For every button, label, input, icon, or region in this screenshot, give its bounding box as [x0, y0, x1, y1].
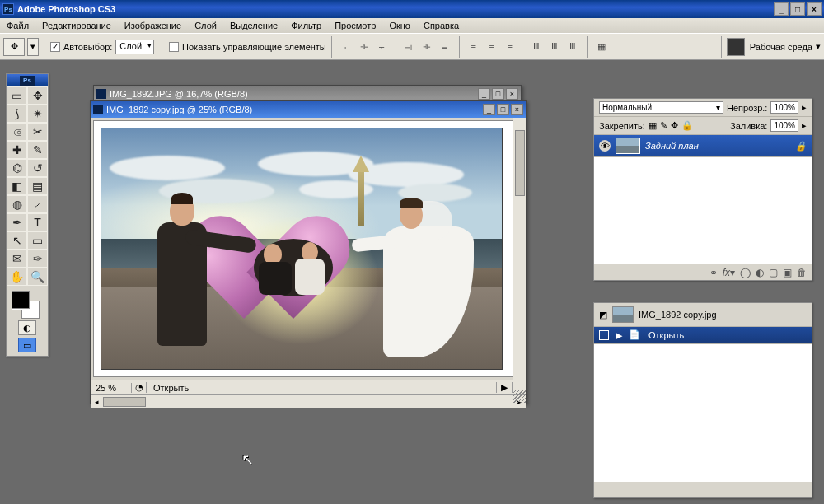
menu-edit[interactable]: Редактирование	[35, 19, 118, 32]
bridge-icon[interactable]	[727, 38, 745, 56]
blend-mode-select[interactable]: Нормальный▾	[599, 101, 723, 114]
lock-transparent-icon[interactable]: ▦	[648, 120, 657, 131]
distribute-hcenter-icon[interactable]: Ⅲ	[545, 38, 564, 56]
lock-all-icon[interactable]: 🔒	[681, 120, 693, 131]
zoom-tool[interactable]: 🔍	[27, 268, 48, 286]
fill-field[interactable]: 100%	[770, 119, 798, 132]
align-vcenter-icon[interactable]: ⟛	[355, 38, 373, 56]
blur-tool[interactable]: ◍	[7, 195, 27, 213]
color-swatches[interactable]	[7, 286, 48, 317]
lasso-tool[interactable]: ⟆	[7, 105, 27, 123]
gradient-tool[interactable]: ▤	[27, 177, 48, 195]
history-source-row[interactable]: ◩ IMG_1892 copy.jpg	[594, 303, 812, 327]
align-left-icon[interactable]: ⫣	[400, 38, 418, 56]
crop-tool[interactable]: ⟃	[7, 123, 27, 141]
pen-tool[interactable]: ✒	[7, 213, 27, 231]
layer-mask-icon[interactable]: ◯	[740, 267, 751, 278]
maximize-button[interactable]: □	[790, 2, 805, 16]
adjustment-layer-icon[interactable]: ◐	[756, 267, 764, 278]
type-tool[interactable]: T	[27, 213, 48, 231]
slice-tool[interactable]: ✂	[27, 123, 48, 141]
move-tool-icon[interactable]: ✥	[3, 38, 25, 56]
menu-image[interactable]: Изображение	[118, 19, 188, 32]
history-brush-tool[interactable]: ↺	[27, 159, 48, 177]
minimize-button[interactable]: _	[774, 2, 789, 16]
quickmask-toggle[interactable]: ◐	[18, 320, 36, 335]
menu-select[interactable]: Выделение	[223, 19, 284, 32]
align-right-icon[interactable]: ⫤	[436, 38, 454, 56]
distribute-right-icon[interactable]: Ⅲ	[564, 38, 582, 56]
screenmode-toggle[interactable]: ▭	[18, 338, 36, 352]
history-marker-icon[interactable]	[599, 330, 609, 340]
layer-row[interactable]: 👁 Задний план 🔒	[594, 135, 812, 156]
menu-help[interactable]: Справка	[417, 19, 466, 32]
doc-close-button[interactable]: ×	[511, 104, 523, 115]
vertical-scrollbar[interactable]	[513, 118, 526, 390]
lock-position-icon[interactable]: ✥	[671, 120, 678, 131]
align-top-icon[interactable]: ⫠	[337, 38, 355, 56]
horizontal-scrollbar[interactable]: ◂ ▸	[91, 394, 526, 408]
eyedropper-tool[interactable]: ✑	[27, 250, 48, 268]
lock-pixels-icon[interactable]: ✎	[660, 120, 667, 131]
history-step-row[interactable]: ▶ 📄 Открыть	[594, 327, 812, 343]
align-bottom-icon[interactable]: ⫟	[373, 38, 391, 56]
scroll-left-icon[interactable]: ◂	[91, 395, 103, 408]
path-tool[interactable]: ↖	[7, 231, 27, 250]
menu-file[interactable]: Файл	[0, 19, 35, 32]
distribute-top-icon[interactable]: ≡	[465, 38, 483, 56]
opacity-flyout-icon[interactable]: ▸	[802, 102, 807, 113]
canvas[interactable]	[93, 120, 523, 377]
layer-thumbnail[interactable]	[616, 138, 640, 154]
status-icon[interactable]: ◔	[132, 382, 147, 393]
new-layer-icon[interactable]: ▣	[783, 267, 792, 278]
link-layers-icon[interactable]: ⚭	[709, 267, 718, 278]
opacity-field[interactable]: 100%	[770, 101, 798, 114]
auto-align-icon[interactable]: ▦	[592, 38, 611, 56]
doc-minimize-button[interactable]: _	[483, 104, 495, 115]
distribute-vcenter-icon[interactable]: ≡	[483, 38, 501, 56]
delete-layer-icon[interactable]: 🗑	[797, 267, 807, 278]
tool-preset-dropdown[interactable]: ▾	[27, 38, 39, 56]
menu-layer[interactable]: Слой	[188, 19, 223, 32]
fg-color-swatch[interactable]	[12, 291, 30, 309]
wand-tool[interactable]: ✴	[27, 105, 48, 123]
new-group-icon[interactable]: ▢	[769, 267, 778, 278]
distribute-left-icon[interactable]: Ⅲ	[527, 38, 545, 56]
marquee-tool[interactable]: ▭	[7, 86, 27, 105]
dodge-tool[interactable]: ⟋	[27, 195, 48, 213]
hand-tool[interactable]: ✋	[7, 268, 27, 286]
doc-maximize-button[interactable]: □	[497, 104, 509, 115]
layer-fx-icon[interactable]: fx▾	[723, 267, 735, 278]
fill-flyout-icon[interactable]: ▸	[802, 120, 807, 131]
eraser-tool[interactable]: ◧	[7, 177, 27, 195]
workspace-button[interactable]: Рабочая среда	[750, 42, 812, 52]
menu-view[interactable]: Просмотр	[328, 19, 382, 32]
document-window-front[interactable]: IMG_1892 copy.jpg @ 25% (RGB/8) _ □ × 25…	[90, 100, 527, 404]
doc-maximize-button[interactable]: □	[492, 88, 504, 100]
show-controls-checkbox[interactable]	[169, 42, 179, 52]
menu-filter[interactable]: Фильтр	[284, 19, 328, 32]
open-action-icon: 📄	[629, 329, 642, 341]
tools-header[interactable]: Ps	[7, 74, 48, 86]
history-brush-source-icon[interactable]: ▶	[616, 330, 622, 341]
notes-tool[interactable]: ✉	[7, 250, 27, 268]
chevron-down-icon[interactable]: ▾	[816, 41, 821, 52]
doc-close-button[interactable]: ×	[506, 88, 518, 100]
autoselect-mode-select[interactable]: Слой	[115, 40, 154, 54]
tools-palette: Ps ▭ ✥ ⟆ ✴ ⟃ ✂ ✚ ✎ ⌬ ↺ ◧ ▤ ◍ ⟋ ✒ T ↖ ▭ ✉…	[6, 73, 49, 357]
distribute-bottom-icon[interactable]: ≡	[501, 38, 519, 56]
move-tool[interactable]: ✥	[27, 86, 48, 105]
brush-tool[interactable]: ✎	[27, 141, 48, 159]
zoom-field[interactable]: 25 %	[91, 383, 132, 393]
status-play-icon[interactable]: ▶	[496, 382, 512, 393]
resize-grip[interactable]	[513, 390, 526, 403]
heal-tool[interactable]: ✚	[7, 141, 27, 159]
stamp-tool[interactable]: ⌬	[7, 159, 27, 177]
doc-minimize-button[interactable]: _	[478, 88, 490, 100]
visibility-icon[interactable]: 👁	[599, 140, 611, 152]
align-hcenter-icon[interactable]: ⟛	[418, 38, 436, 56]
shape-tool[interactable]: ▭	[27, 231, 48, 250]
menu-window[interactable]: Окно	[382, 19, 417, 32]
close-button[interactable]: ×	[807, 2, 822, 16]
autoselect-checkbox[interactable]: ✓	[50, 42, 60, 52]
